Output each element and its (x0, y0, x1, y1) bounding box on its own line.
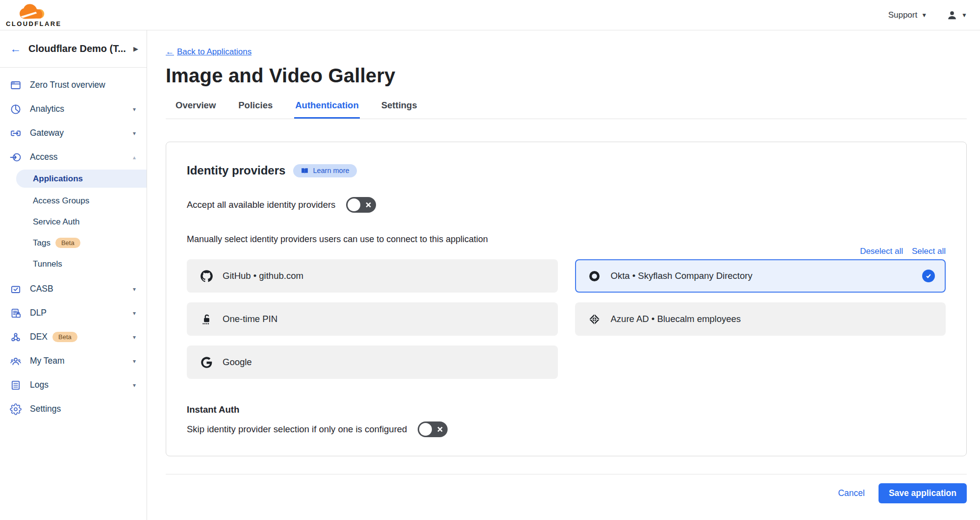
accept-all-toggle[interactable] (346, 197, 376, 213)
cancel-button[interactable]: Cancel (838, 488, 864, 498)
sidebar-subitem-label: Service Auth (33, 217, 79, 227)
sidebar-item-label: CASB (30, 284, 53, 294)
sidebar-item-label: Settings (30, 404, 61, 414)
sidebar-subitem-label: Tags (33, 238, 50, 248)
chevron-down-icon: ▾ (133, 382, 136, 389)
github-icon (200, 269, 213, 283)
sidebar-subitem-label: Tunnels (33, 259, 62, 269)
one-time-pin-icon (200, 312, 213, 326)
sidebar-item-settings[interactable]: Settings (0, 397, 147, 421)
sidebar-item-casb[interactable]: CASB▾ (0, 277, 147, 301)
tab-overview[interactable]: Overview (175, 100, 217, 119)
provider-tile-one-time-pin[interactable]: One-time PIN (187, 302, 558, 336)
toggle-knob (348, 198, 360, 211)
provider-tile-okta[interactable]: Okta • Skyflash Company Directory (575, 259, 946, 293)
chevron-down-icon: ▾ (133, 334, 136, 341)
provider-tile-azure-ad[interactable]: Azure AD • Bluecalm employees (575, 302, 946, 336)
instant-auth-label: Skip identity provider selection if only… (187, 424, 407, 435)
sidebar-item-logs[interactable]: Logs▾ (0, 373, 147, 397)
provider-label: Okta • Skyflash Company Directory (611, 271, 753, 281)
sidebar-subitem-service-auth[interactable]: Service Auth (0, 214, 147, 230)
google-icon (200, 355, 213, 369)
provider-tile-google[interactable]: Google (187, 346, 558, 379)
sidebar-subitem-applications[interactable]: Applications (16, 170, 147, 188)
account-expand-icon[interactable]: ▶ (133, 45, 138, 52)
chevron-down-icon: ▾ (133, 106, 136, 113)
manual-select-text: Manually select identity providers users… (187, 234, 946, 245)
sidebar-item-label: Analytics (30, 104, 64, 114)
card-title: Identity providers (187, 164, 285, 177)
instant-auth-heading: Instant Auth (187, 404, 946, 415)
sidebar-item-dex[interactable]: DEXBeta▾ (0, 325, 147, 349)
back-link-label: Back to Applications (177, 47, 251, 57)
team-icon (10, 355, 22, 367)
main-content: ← Back to Applications Image and Video G… (147, 30, 980, 520)
provider-label: One-time PIN (223, 314, 277, 324)
book-icon (301, 167, 309, 175)
support-label: Support (888, 10, 918, 20)
dlp-icon (10, 307, 22, 319)
back-arrow-icon[interactable]: ← (10, 43, 21, 54)
sidebar-item-analytics[interactable]: Analytics▾ (0, 97, 147, 121)
sidebar-item-gateway[interactable]: Gateway▾ (0, 121, 147, 145)
beta-badge: Beta (55, 238, 80, 248)
sidebar-item-dlp[interactable]: DLP▾ (0, 301, 147, 325)
x-icon (365, 202, 372, 208)
deselect-all-link[interactable]: Deselect all (860, 247, 903, 256)
chevron-down-icon: ▾ (133, 286, 136, 293)
window-icon (10, 79, 22, 91)
provider-label: Google (223, 357, 252, 368)
provider-tile-github[interactable]: GitHub • github.com (187, 259, 558, 293)
brand-wordmark: CLOUDFLARE (6, 21, 62, 27)
sidebar-subitem-label: Applications (33, 174, 83, 184)
sidebar-item-my-team[interactable]: My Team▾ (0, 349, 147, 373)
page-title: Image and Video Gallery (166, 65, 967, 87)
sidebar-item-label: Zero Trust overview (30, 80, 105, 90)
instant-auth-toggle[interactable] (418, 421, 448, 437)
account-name: Cloudflare Demo (T... (28, 43, 126, 54)
beta-badge: Beta (52, 332, 77, 342)
provider-label: GitHub • github.com (223, 271, 303, 281)
logs-icon (10, 379, 22, 391)
tab-authentication[interactable]: Authentication (294, 100, 360, 119)
back-to-applications-link[interactable]: ← Back to Applications (166, 47, 251, 57)
account-menu[interactable]: ▼ (947, 10, 967, 21)
sidebar-subitem-tunnels[interactable]: Tunnels (0, 256, 147, 272)
chevron-down-icon: ▼ (961, 12, 967, 18)
cloudflare-logo[interactable]: CLOUDFLARE (6, 3, 62, 27)
learn-more-label: Learn more (313, 167, 349, 174)
provider-label: Azure AD • Bluecalm employees (611, 314, 741, 324)
sidebar-nav: Zero Trust overviewAnalytics▾Gateway▾Acc… (0, 68, 147, 421)
sidebar-subitem-label: Access Groups (33, 196, 89, 206)
sidebar: ← Cloudflare Demo (T... ▶ Zero Trust ove… (0, 30, 147, 520)
chevron-down-icon: ▼ (921, 12, 927, 18)
sidebar-subitem-access-groups[interactable]: Access Groups (0, 193, 147, 209)
cloudflare-cloud-icon (16, 3, 51, 21)
support-menu[interactable]: Support ▼ (888, 10, 927, 20)
select-all-link[interactable]: Select all (912, 247, 946, 256)
learn-more-badge[interactable]: Learn more (293, 164, 356, 177)
sidebar-account-header: ← Cloudflare Demo (T... ▶ (0, 30, 147, 68)
tab-settings[interactable]: Settings (380, 100, 418, 119)
casb-icon (10, 283, 22, 295)
footer-divider (166, 474, 967, 474)
accept-all-label: Accept all available identity providers (187, 199, 335, 210)
sidebar-item-access[interactable]: Access▴ (0, 145, 147, 169)
chevron-down-icon: ▾ (133, 358, 136, 365)
sidebar-item-label: My Team (30, 356, 65, 366)
sidebar-item-zero-trust-overview[interactable]: Zero Trust overview (0, 73, 147, 97)
user-icon (947, 10, 957, 21)
back-arrow-icon: ← (166, 47, 174, 57)
provider-grid: GitHub • github.comOkta • Skyflash Compa… (187, 259, 946, 379)
sidebar-item-label: Gateway (30, 128, 64, 138)
x-icon (437, 426, 443, 433)
sidebar-item-label: DLP (30, 308, 47, 318)
sidebar-subitem-tags[interactable]: TagsBeta (0, 235, 147, 251)
save-application-button[interactable]: Save application (879, 483, 967, 503)
dex-icon (10, 331, 22, 343)
chevron-up-icon: ▴ (133, 154, 136, 161)
top-bar: CLOUDFLARE Support ▼ ▼ (0, 0, 980, 30)
gateway-icon (10, 127, 22, 139)
tab-policies[interactable]: Policies (237, 100, 274, 119)
identity-providers-card: Identity providers Learn more Accept all… (166, 142, 967, 456)
